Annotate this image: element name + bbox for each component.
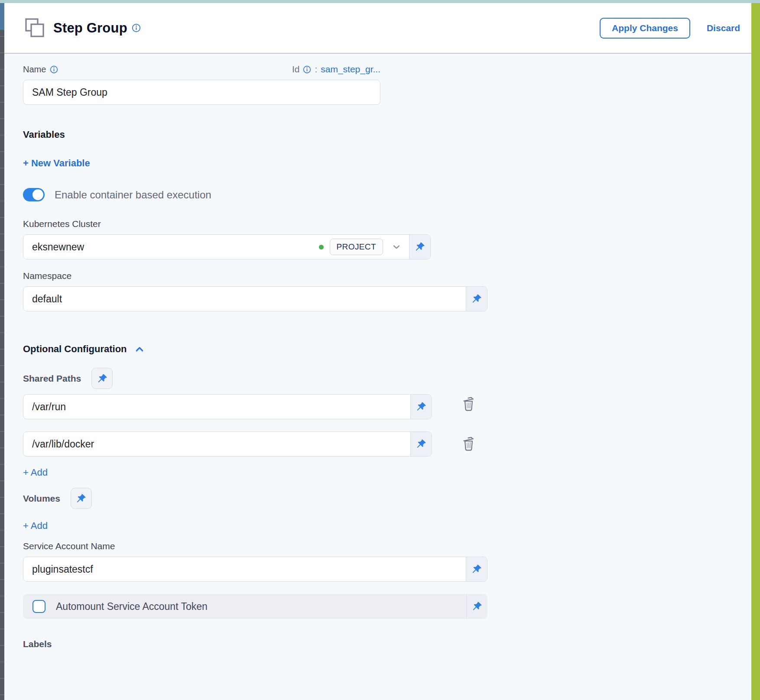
page-title: Step Group xyxy=(53,20,127,36)
shared-paths-add-link[interactable]: + Add xyxy=(23,467,48,478)
service-account-field-group xyxy=(23,557,487,582)
trash-icon xyxy=(461,395,476,412)
id-value-link[interactable]: sam_step_gr... xyxy=(321,64,380,75)
container-execution-toggle[interactable] xyxy=(23,188,45,201)
service-account-pin-button[interactable] xyxy=(466,557,487,581)
shared-path-1-pin-button[interactable] xyxy=(410,395,432,419)
top-accent-bar xyxy=(0,0,760,3)
pushpin-icon xyxy=(471,294,482,304)
pushpin-icon xyxy=(416,439,426,449)
id-label: Id xyxy=(292,64,300,75)
shared-paths-label: Shared Paths xyxy=(23,373,81,384)
kubernetes-cluster-label: Kubernetes Cluster xyxy=(23,219,751,229)
volumes-header: Volumes xyxy=(23,488,751,509)
cluster-pin-button[interactable] xyxy=(409,235,430,259)
shared-path-input-2[interactable] xyxy=(23,432,410,456)
name-label: Name xyxy=(23,65,46,75)
shared-path-row xyxy=(23,431,751,457)
pushpin-icon xyxy=(416,402,426,412)
automount-pin-button[interactable] xyxy=(466,594,487,619)
trash-icon xyxy=(461,435,476,452)
name-input[interactable] xyxy=(23,80,380,104)
apply-changes-button[interactable]: Apply Changes xyxy=(600,18,690,39)
volumes-add-link[interactable]: + Add xyxy=(23,520,48,531)
step-group-drawer: Step Group Apply Changes Discard Name Id… xyxy=(4,3,751,700)
left-edge-accent xyxy=(0,3,4,30)
scope-badge: PROJECT xyxy=(330,239,383,255)
automount-checkbox[interactable] xyxy=(32,600,45,613)
drawer-header: Step Group Apply Changes Discard xyxy=(4,3,751,54)
service-account-input[interactable] xyxy=(23,557,466,581)
container-execution-row: Enable container based execution xyxy=(23,188,751,201)
name-field-group xyxy=(23,80,380,105)
automount-row: Automount Service Account Token xyxy=(23,594,487,619)
toggle-knob xyxy=(32,189,43,200)
cluster-adornments: PROJECT xyxy=(319,235,409,259)
title-info-icon[interactable] xyxy=(132,23,141,32)
name-info-icon[interactable] xyxy=(50,65,58,74)
cluster-dropdown-chevron[interactable] xyxy=(389,240,404,253)
name-label-wrap: Name xyxy=(23,65,58,75)
pushpin-icon xyxy=(472,601,482,612)
connector-status-dot xyxy=(319,245,324,250)
shared-path-input-1[interactable] xyxy=(23,395,410,419)
drawer-body: Name Id : sam_step_gr... Variables + New… xyxy=(4,54,751,649)
shared-path-row xyxy=(23,389,751,419)
optional-configuration-title: Optional Configuration xyxy=(23,344,127,355)
shared-paths-pin-button[interactable] xyxy=(91,368,113,389)
left-edge-gutter xyxy=(0,3,4,700)
pushpin-icon xyxy=(97,373,107,384)
pushpin-icon xyxy=(76,493,86,504)
new-variable-link[interactable]: + New Variable xyxy=(23,158,90,169)
id-info-icon[interactable] xyxy=(303,65,311,74)
variables-section-title: Variables xyxy=(23,129,751,140)
kubernetes-cluster-input[interactable] xyxy=(23,235,319,259)
id-separator: : xyxy=(315,64,317,75)
automount-label: Automount Service Account Token xyxy=(56,601,208,612)
discard-button[interactable]: Discard xyxy=(707,23,740,33)
chevron-up-icon[interactable] xyxy=(134,344,145,355)
namespace-label: Namespace xyxy=(23,271,751,281)
shared-path-field-group xyxy=(23,431,432,457)
shared-path-2-pin-button[interactable] xyxy=(410,432,432,456)
shared-path-2-delete-button[interactable] xyxy=(460,434,477,455)
shared-path-1-delete-button[interactable] xyxy=(460,394,477,415)
shared-path-field-group xyxy=(23,394,432,419)
screen: Step Group Apply Changes Discard Name Id… xyxy=(0,0,760,700)
shared-paths-header: Shared Paths xyxy=(23,368,751,389)
service-account-label: Service Account Name xyxy=(23,541,751,551)
namespace-pin-button[interactable] xyxy=(466,287,487,311)
volumes-label: Volumes xyxy=(23,493,60,504)
namespace-field-group xyxy=(23,286,487,311)
pushpin-icon xyxy=(471,564,482,574)
right-edge-minimap xyxy=(751,3,760,700)
step-group-icon xyxy=(24,17,46,39)
container-execution-label: Enable container based execution xyxy=(55,189,211,201)
optional-configuration-header: Optional Configuration xyxy=(23,344,751,355)
id-display: Id : sam_step_gr... xyxy=(292,64,380,75)
labels-section-label: Labels xyxy=(23,639,751,649)
namespace-input[interactable] xyxy=(23,287,466,311)
kubernetes-cluster-field-group: PROJECT xyxy=(23,234,431,259)
name-id-row: Name Id : sam_step_gr... xyxy=(23,64,380,75)
chevron-down-icon xyxy=(392,242,401,252)
pushpin-icon xyxy=(415,242,425,252)
volumes-pin-button[interactable] xyxy=(71,488,92,509)
